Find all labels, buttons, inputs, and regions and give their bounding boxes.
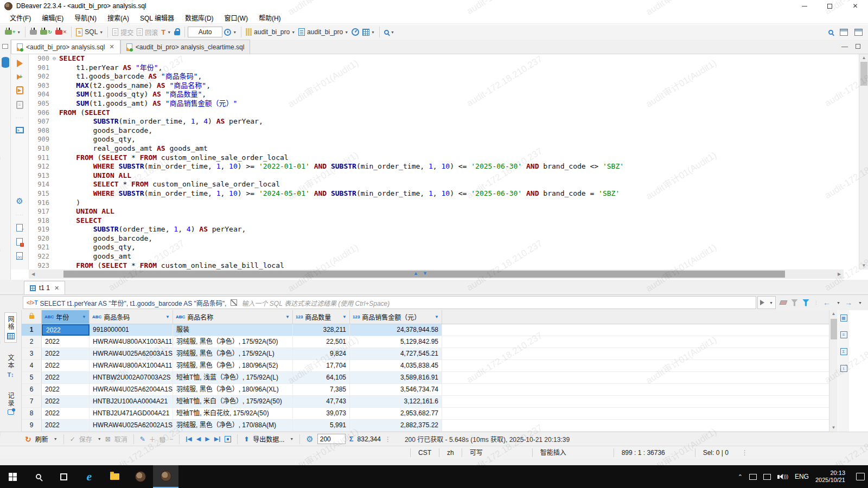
start-button[interactable] xyxy=(0,465,25,488)
execute-statement-button[interactable] xyxy=(17,60,23,67)
menu-item-7[interactable]: 帮助(H) xyxy=(253,11,286,24)
expand-filter-icon[interactable] xyxy=(231,299,237,306)
volume-icon[interactable]: ))) xyxy=(777,474,788,479)
close-button[interactable]: ✕ xyxy=(843,0,868,12)
grid-cell[interactable]: 短袖T恤, 米白花纹, 175/92A(50) xyxy=(173,408,293,419)
grid-cell[interactable]: 羽绒服, 黑色（净色）, 180/96A(XL) xyxy=(173,384,293,395)
file-explorer-icon[interactable] xyxy=(102,465,127,488)
column-header-1[interactable]: ABC商品条码▼ xyxy=(90,310,173,324)
grid-cell[interactable]: 2022 xyxy=(42,336,90,348)
grid-cell[interactable]: 2022 xyxy=(42,408,90,419)
last-row-icon[interactable]: ▶| xyxy=(214,435,221,442)
row-number[interactable]: 2 xyxy=(22,336,42,348)
database-navigator-icon[interactable] xyxy=(2,57,9,63)
menu-item-6[interactable]: 窗口(W) xyxy=(219,11,253,24)
grid-vertical-scrollbar[interactable]: ▲ ▼ xyxy=(829,310,838,432)
grid-cell[interactable]: 9,824 xyxy=(293,348,350,359)
column-filter-dropdown-icon[interactable]: ▼ xyxy=(165,314,170,319)
fold-marker-icon[interactable]: ⊖ xyxy=(53,54,59,63)
database-selector[interactable]: audit_bi_pro▼ xyxy=(246,27,295,37)
code-line-903[interactable]: 903 MAX(t2.goods_name) AS "商品名称", xyxy=(29,81,844,91)
table-row[interactable]: 72022HNTBJ2U100AA0004A21短袖T恤, 米白（净色）, 17… xyxy=(22,396,829,408)
action-center-icon[interactable] xyxy=(856,473,865,480)
grid-cell[interactable]: 39,073 xyxy=(293,408,350,419)
clear-filter-icon[interactable] xyxy=(779,300,787,305)
export-icon[interactable]: ⬆ xyxy=(244,435,249,443)
fetch-size-input[interactable] xyxy=(317,434,346,444)
grid-cell[interactable]: 2022 xyxy=(42,372,90,383)
disconnect-icon[interactable]: ✕ xyxy=(55,27,67,37)
forward-dropdown-icon[interactable]: ▼ xyxy=(858,301,862,305)
first-row-icon[interactable]: |◀ xyxy=(186,435,192,442)
grid-cell[interactable]: 3,122,161.6 xyxy=(350,396,442,407)
table-row[interactable]: 22022HWRAW4U800AX1003A11羽绒服, 黑色（净色）, 175… xyxy=(22,336,829,348)
row-number[interactable]: 5 xyxy=(22,372,42,383)
grid-cell[interactable]: 7,385 xyxy=(293,384,350,395)
edit-cell-icon[interactable]: ✎ xyxy=(140,435,145,443)
open-perspective-icon[interactable] xyxy=(840,29,848,36)
input-language-indicator[interactable]: ENG xyxy=(795,473,809,480)
editor-vertical-scrollbar[interactable]: ▲ ▼ xyxy=(859,54,868,269)
minimize-editor-icon[interactable]: — xyxy=(841,43,848,50)
filters-menu-icon[interactable] xyxy=(802,299,809,306)
maximize-editor-icon[interactable] xyxy=(856,43,860,50)
table-row[interactable]: 32022HWRAW4U025A62003A1S羽绒服, 黑色（净色）, 175… xyxy=(22,348,829,360)
close-result-tab-icon[interactable]: ✕ xyxy=(54,285,59,292)
code-line-912[interactable]: 912 WHERE SUBSTR(min_order_time, 1, 10) … xyxy=(29,162,844,171)
code-line-906[interactable]: 906FROM (SELECT xyxy=(29,108,844,118)
table-row[interactable]: 120229918000001服装328,21124,378,944.58 xyxy=(22,324,829,336)
explain-plan-button[interactable]: ≡ xyxy=(16,101,23,109)
metadata-panel-icon[interactable]: i xyxy=(840,365,847,372)
value-viewer-panel-icon[interactable]: ≡ xyxy=(840,331,847,338)
connect-icon[interactable] xyxy=(30,27,37,37)
grid-cell[interactable]: HWRAW4U025A62004A1S xyxy=(90,384,173,395)
scroll-down-icon[interactable]: ▼ xyxy=(859,262,868,269)
scroll-up-icon[interactable]: ▲ xyxy=(829,310,838,318)
sql-code-editor[interactable]: 900⊖SELECT901 t1.perYear AS "年份",902 t1.… xyxy=(29,54,844,269)
grid-cell[interactable]: 24,378,944.58 xyxy=(350,324,442,336)
code-line-911[interactable]: 911 FROM (SELECT * FROM custom_online_sa… xyxy=(29,153,844,163)
code-line-902[interactable]: 902 t1.goods_barcode AS "商品条码", xyxy=(29,72,844,81)
code-line-917[interactable]: 917 UNION ALL xyxy=(29,207,844,216)
row-count-icon[interactable]: Σ xyxy=(349,435,354,443)
grid-cell[interactable]: 2022 xyxy=(42,420,90,431)
cancel-icon[interactable]: ⊠ xyxy=(105,435,111,443)
grid-cell[interactable]: 羽绒服, 黑色（净色）, 170/88A(M) xyxy=(173,420,293,431)
grid-cell[interactable]: HWRAW4U025A62003A1S xyxy=(90,348,173,359)
scroll-down-icon[interactable]: ▼ xyxy=(829,424,838,432)
back-icon[interactable]: ← xyxy=(823,298,831,307)
cancel-button[interactable]: 取消 xyxy=(114,434,127,444)
duplicate-row-icon[interactable]: ▤ xyxy=(159,435,165,443)
calc-panel-icon[interactable]: Σ xyxy=(840,348,847,355)
refresh-icon[interactable]: ↻ xyxy=(25,435,31,444)
minimize-button[interactable] xyxy=(792,0,817,12)
usb-device-icon[interactable] xyxy=(749,474,757,480)
grid-cell[interactable]: 2022 xyxy=(42,324,90,336)
code-line-920[interactable]: 920 goods_barcode, xyxy=(29,234,844,243)
row-number-header[interactable] xyxy=(22,310,42,324)
dbeaver-pinned-icon[interactable] xyxy=(127,465,153,488)
row-number[interactable]: 9 xyxy=(22,420,42,431)
menu-item-0[interactable]: 文件(F) xyxy=(4,11,36,24)
row-number[interactable]: 7 xyxy=(22,396,42,407)
scroll-up-icon[interactable]: ▲ xyxy=(859,54,868,62)
save-icon[interactable]: ✓ xyxy=(70,435,75,443)
problems-doc-icon[interactable]: ! xyxy=(16,238,23,246)
code-line-905[interactable]: 905 SUM(t1.goods_amt) AS "商品销售金额（元）" xyxy=(29,99,844,108)
editor-settings-gear-icon[interactable]: ⚙ xyxy=(16,196,23,206)
grid-settings-gear-icon[interactable]: ⚙ xyxy=(306,434,313,444)
grid-cell[interactable]: HWRAW4U800AX1004A11 xyxy=(90,360,173,371)
quick-search-icon[interactable] xyxy=(828,30,833,35)
column-header-0[interactable]: ABC年份▼ xyxy=(42,310,90,324)
result-filter-input[interactable]: </>T SELECT t1.perYear AS "年份", t1.goods… xyxy=(23,296,756,309)
grid-cell[interactable]: 17,704 xyxy=(293,360,350,371)
grid-cell[interactable]: 47,743 xyxy=(293,396,350,407)
grid-cell[interactable]: HNTBJ2U471AGD004A21 xyxy=(90,408,173,419)
back-dropdown-icon[interactable]: ▼ xyxy=(837,301,840,305)
filter-settings-icon[interactable] xyxy=(791,299,798,306)
table-row[interactable]: 52022HNTBW2U002A07003A2S短袖T恤, 浅蓝（净色）, 17… xyxy=(22,372,829,384)
result-data-grid[interactable]: ABC年份▼ABC商品条码▼ABC商品名称▼123商品数量▼123商品销售金额（… xyxy=(22,310,829,432)
grid-cell[interactable]: 短袖T恤, 米白（净色）, 175/92A(50) xyxy=(173,396,293,407)
restore-navigator-panel-icon[interactable] xyxy=(2,44,8,49)
grid-cell[interactable]: 3,546,734.74 xyxy=(350,384,442,395)
